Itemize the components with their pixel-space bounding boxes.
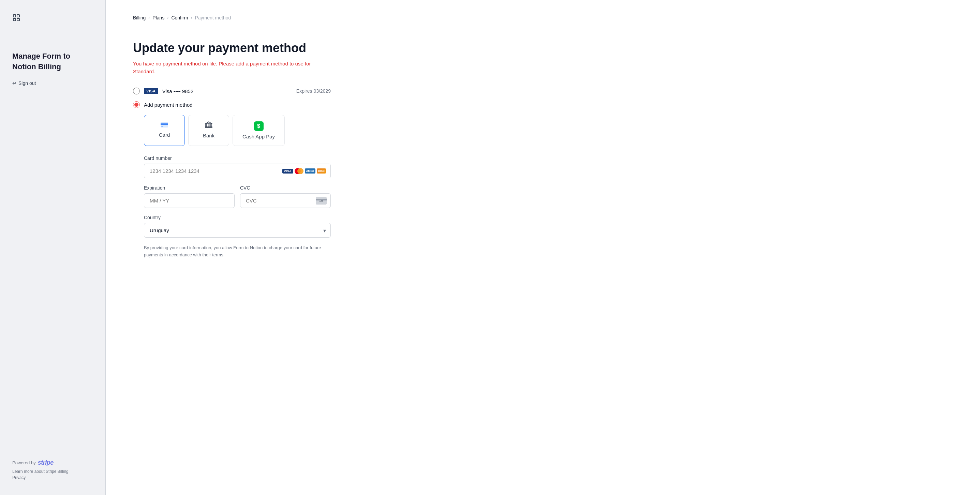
breadcrumb-chevron-2: › — [167, 15, 169, 20]
bank-tab-icon — [205, 121, 212, 130]
svg-rect-10 — [211, 124, 212, 127]
card-number-label: Card number — [144, 156, 331, 161]
breadcrumb-chevron-1: › — [148, 15, 150, 20]
terms-text: By providing your card information, you … — [144, 244, 331, 259]
card-form: Card number VISA AMEX DISC — [144, 156, 331, 259]
discover-icon: DISC — [317, 169, 326, 173]
page-title: Update your payment method — [133, 41, 331, 55]
cvc-label: CVC — [240, 185, 331, 191]
svg-rect-1 — [17, 15, 19, 17]
add-payment-option: Add payment method — [133, 101, 331, 108]
country-select-wrapper: Uruguay United States Argentina Brazil C… — [144, 223, 331, 238]
tab-card[interactable]: Card — [144, 115, 185, 146]
country-group: Country Uruguay United States Argentina … — [144, 215, 331, 238]
tab-bank-label: Bank — [203, 133, 215, 138]
visa-badge: VISA — [144, 88, 158, 94]
powered-by-stripe: Powered by stripe — [12, 459, 94, 466]
svg-rect-9 — [208, 124, 209, 127]
card-tab-icon — [161, 121, 168, 129]
country-select[interactable]: Uruguay United States Argentina Brazil C… — [144, 223, 331, 238]
svg-rect-3 — [17, 18, 19, 21]
cash-app-tab-icon: $ — [254, 121, 264, 131]
country-label: Country — [144, 215, 331, 220]
card-number-group: Card number VISA AMEX DISC — [144, 156, 331, 178]
menu-icon — [12, 14, 94, 24]
svg-rect-0 — [13, 15, 16, 17]
mastercard-icon — [294, 168, 304, 174]
expiration-input[interactable] — [144, 193, 235, 208]
svg-rect-6 — [161, 126, 163, 126]
card-number-wrapper: VISA AMEX DISC — [144, 164, 331, 178]
amex-icon: AMEX — [305, 169, 315, 173]
svg-rect-11 — [205, 127, 212, 127]
svg-rect-5 — [161, 123, 168, 125]
subtitle-error: You have no payment method on file. Plea… — [133, 60, 331, 75]
sign-out-arrow-icon: ↩ — [12, 80, 16, 86]
breadcrumb-payment-method: Payment method — [195, 15, 231, 21]
payment-tabs: Card Bank $ Cash App — [144, 115, 331, 146]
visa-icon: VISA — [282, 169, 293, 173]
breadcrumb-billing[interactable]: Billing — [133, 15, 146, 21]
existing-card-radio[interactable] — [133, 88, 140, 94]
main-content: Billing › Plans › Confirm › Payment meth… — [106, 0, 980, 495]
cvc-group: CVC — [240, 185, 331, 208]
learn-more-link[interactable]: Learn more about Stripe Billing — [12, 469, 94, 474]
tab-card-label: Card — [159, 132, 170, 138]
sidebar: Manage Form to Notion Billing ↩ Sign out… — [0, 0, 106, 495]
cvc-card-icon — [316, 197, 327, 205]
tab-bank[interactable]: Bank — [188, 115, 229, 146]
sign-out-button[interactable]: ↩ Sign out — [12, 80, 94, 86]
expiration-label: Expiration — [144, 185, 235, 191]
stripe-logo: stripe — [38, 459, 54, 466]
sidebar-divider — [105, 0, 106, 495]
privacy-link[interactable]: Privacy — [12, 475, 94, 480]
svg-marker-7 — [205, 122, 212, 124]
payment-section: Update your payment method You have no p… — [133, 41, 331, 259]
breadcrumb-confirm[interactable]: Confirm — [171, 15, 188, 21]
expiration-group: Expiration — [144, 185, 235, 208]
breadcrumb-chevron-3: › — [191, 15, 192, 20]
tab-cash-app[interactable]: $ Cash App Pay — [232, 115, 285, 146]
expiration-cvc-row: Expiration CVC — [144, 185, 331, 215]
existing-card-info: Visa •••• 9852 — [162, 88, 194, 94]
add-payment-label: Add payment method — [144, 102, 192, 108]
breadcrumb-plans[interactable]: Plans — [153, 15, 164, 21]
cvc-wrapper — [240, 193, 331, 208]
add-payment-radio[interactable] — [133, 101, 140, 108]
tab-cash-label: Cash App Pay — [242, 134, 275, 139]
breadcrumb: Billing › Plans › Confirm › Payment meth… — [133, 15, 953, 21]
svg-rect-8 — [205, 124, 207, 127]
sidebar-footer: Powered by stripe Learn more about Strip… — [12, 459, 94, 481]
existing-card-expires: Expires 03/2029 — [296, 88, 331, 94]
card-brand-icons: VISA AMEX DISC — [282, 168, 326, 174]
existing-card-option: VISA Visa •••• 9852 Expires 03/2029 — [133, 88, 331, 94]
svg-rect-2 — [13, 18, 16, 21]
sidebar-title: Manage Form to Notion Billing — [12, 51, 94, 72]
